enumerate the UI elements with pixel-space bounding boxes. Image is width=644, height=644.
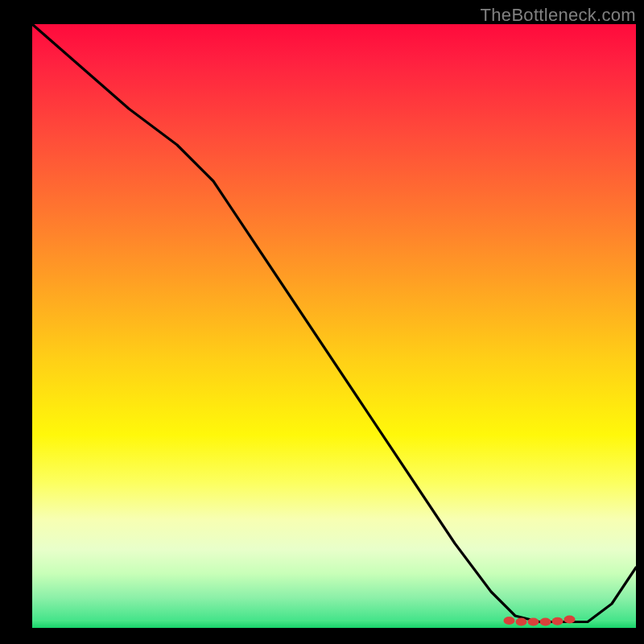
chart-frame: TheBottleneck.com — [0, 0, 644, 644]
marker-point — [516, 618, 527, 626]
marker-point — [540, 618, 551, 626]
marker-point — [564, 616, 576, 624]
marker-point — [528, 618, 539, 626]
watermark-text: TheBottleneck.com — [481, 5, 636, 26]
chart-overlay — [32, 24, 636, 628]
series-line — [32, 24, 636, 622]
marker-point — [504, 617, 515, 625]
marker-point — [552, 617, 564, 625]
plot-area — [32, 24, 636, 628]
